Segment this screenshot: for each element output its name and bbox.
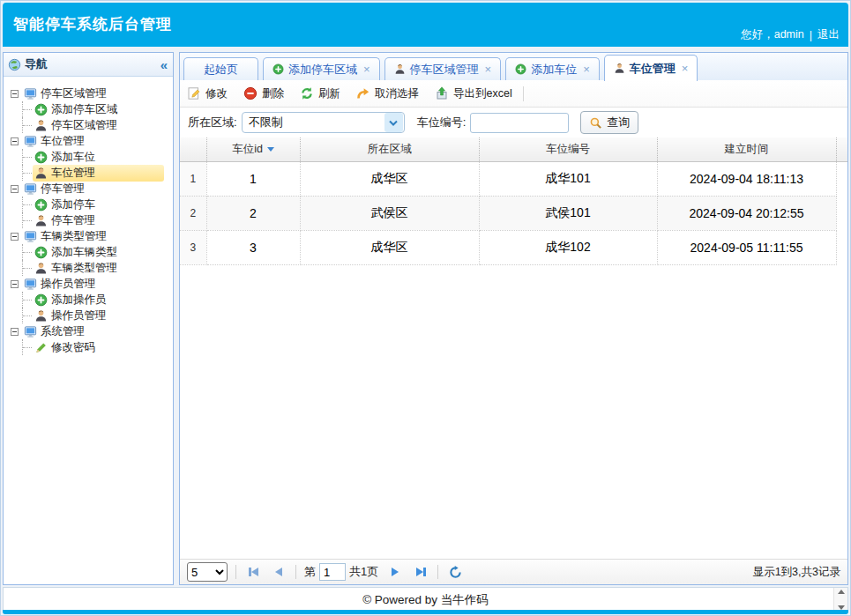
tree-node-add-parking-area[interactable]: 添加停车区域 <box>10 101 169 117</box>
tree-node-system-mgmt[interactable]: 系统管理 <box>10 323 169 339</box>
footer-scrollbar[interactable] <box>833 588 847 612</box>
tree-connector <box>22 260 33 276</box>
first-page-button[interactable] <box>244 563 262 581</box>
table-row[interactable]: 1 1 成华区 成华101 2024-09-04 18:11:13 <box>180 161 847 196</box>
page-size-select[interactable]: 5 <box>187 562 228 582</box>
tree-expander-icon[interactable] <box>11 185 19 193</box>
column-header-code[interactable]: 车位编号 <box>479 137 657 161</box>
cell-space-id: 1 <box>206 161 300 196</box>
tree-node-label: 操作员管理 <box>41 277 96 292</box>
last-page-button[interactable] <box>412 563 429 581</box>
tab-parking-area-mgmt[interactable]: 停车区域管理 × <box>384 57 502 80</box>
tab-label: 车位管理 <box>630 61 676 77</box>
tree-node-label: 车辆类型管理 <box>51 261 117 276</box>
sidebar: 导航 « 停车区域管理 添加停车区域 停车区域管理 <box>3 52 174 585</box>
column-header-area[interactable]: 所在区域 <box>300 137 479 161</box>
tree-node-vehicle-type-list[interactable]: 车辆类型管理 <box>10 260 169 276</box>
collapse-sidebar-icon[interactable]: « <box>160 57 168 72</box>
tree-connector <box>22 244 33 260</box>
tree-node-add-space[interactable]: 添加车位 <box>10 149 169 165</box>
delete-button[interactable]: 删除 <box>243 86 284 101</box>
tree-node-label: 修改密码 <box>51 340 95 355</box>
export-excel-button[interactable]: 导出到excel <box>435 86 512 101</box>
tree-node-parking-list[interactable]: 停车管理 <box>10 212 169 228</box>
tree-expander-icon[interactable] <box>11 90 19 98</box>
page-number-input[interactable] <box>319 563 346 581</box>
tree-node-add-parking[interactable]: 添加停车 <box>10 197 169 212</box>
tree-node-parking-area-mgmt[interactable]: 停车区域管理 <box>10 85 169 101</box>
user-icon <box>614 63 625 74</box>
close-icon[interactable]: × <box>682 62 689 75</box>
row-number-cell: 2 <box>180 196 206 230</box>
tree-connector <box>22 197 33 212</box>
page-number-group: 第 共1页 <box>304 563 378 581</box>
export-excel-label: 导出到excel <box>453 86 512 101</box>
refresh-button[interactable]: 刷新 <box>300 86 340 101</box>
app-window: 智能停车系统后台管理 您好，admin | 退出 导航 « 停车区域管理 <box>0 0 851 616</box>
space-code-input[interactable] <box>470 113 569 133</box>
tree-connector <box>22 339 33 355</box>
scroll-up-icon[interactable] <box>838 590 845 594</box>
tree-node-space-list[interactable]: 车位管理 <box>10 165 169 181</box>
column-header-created[interactable]: 建立时间 <box>657 137 836 161</box>
search-button[interactable]: 查询 <box>580 111 638 134</box>
tree-node-label: 停车管理 <box>41 182 85 197</box>
tree-connector <box>22 149 33 165</box>
tree-node-add-operator[interactable]: 添加操作员 <box>10 292 169 308</box>
close-icon[interactable]: × <box>485 63 492 76</box>
chevron-down-icon[interactable] <box>384 113 403 132</box>
toolbar-divider <box>523 86 524 101</box>
edit-button[interactable]: 修改 <box>187 86 228 101</box>
add-icon <box>34 198 48 212</box>
greeting-text: 您好，admin <box>741 27 804 42</box>
tree-node-label: 添加操作员 <box>51 293 107 308</box>
tree-node-change-password[interactable]: 修改密码 <box>10 339 169 355</box>
table-row[interactable]: 2 2 武侯区 武侯101 2024-09-04 20:12:55 <box>180 196 847 230</box>
prev-page-button[interactable] <box>270 563 287 581</box>
pager-divider <box>235 565 236 579</box>
filter-bar: 所在区域: 不限制 车位编号: 查询 <box>180 108 847 137</box>
close-icon[interactable]: × <box>583 63 590 76</box>
pager-refresh-button[interactable] <box>446 563 464 581</box>
tree-node-label: 添加车辆类型 <box>51 245 117 260</box>
tree-expander-icon[interactable] <box>11 328 19 336</box>
tree-node-parking-area-list[interactable]: 停车区域管理 <box>10 117 169 133</box>
undo-arrow-icon <box>356 86 370 100</box>
datagrid: 车位id 所在区域 车位编号 建立时间 1 1 成华区 成华101 2024-0… <box>180 137 847 559</box>
next-page-button[interactable] <box>386 563 404 581</box>
tree-node-label: 停车区域管理 <box>51 118 117 133</box>
cancel-selection-button[interactable]: 取消选择 <box>356 86 419 101</box>
page-label-prefix: 第 <box>304 564 316 580</box>
tree-node-parking-mgmt[interactable]: 停车管理 <box>10 181 169 197</box>
column-header-space-id[interactable]: 车位id <box>206 137 300 161</box>
tab-add-space[interactable]: 添加车位 × <box>505 57 600 80</box>
tree-connector <box>22 308 33 323</box>
selected-tree-node[interactable]: 车位管理 <box>33 165 164 182</box>
tree-node-operator-mgmt[interactable]: 操作员管理 <box>10 276 169 292</box>
toolbar: 修改 删除 刷新 取消选择 导出到excel <box>180 80 847 108</box>
cell-created: 2024-09-04 20:12:55 <box>657 196 836 230</box>
datagrid-header-row: 车位id 所在区域 车位编号 建立时间 <box>180 137 847 161</box>
monitor-icon <box>24 325 37 338</box>
tab-label: 停车区域管理 <box>410 62 479 78</box>
tree-node-operator-list[interactable]: 操作员管理 <box>10 308 169 323</box>
table-row[interactable]: 3 3 成华区 成华102 2024-09-05 11:11:55 <box>180 230 847 264</box>
tree-expander-icon[interactable] <box>11 233 19 241</box>
nav-tree: 停车区域管理 添加停车区域 停车区域管理 车位管理 添加车位 <box>4 77 173 355</box>
tab-home[interactable]: 起始页 <box>183 57 258 80</box>
footer-text: © Powered by 当牛作码 <box>362 592 489 608</box>
logout-link[interactable]: 退出 <box>817 27 840 42</box>
add-icon <box>34 246 48 259</box>
tree-node-space-mgmt[interactable]: 车位管理 <box>10 133 169 149</box>
tab-add-parking-area[interactable]: 添加停车区域 × <box>263 57 380 80</box>
cell-space-id: 3 <box>206 230 300 264</box>
add-icon <box>34 293 48 307</box>
tree-node-vehicle-type-mgmt[interactable]: 车辆类型管理 <box>10 228 169 244</box>
tab-space-mgmt[interactable]: 车位管理 × <box>604 55 698 81</box>
tree-node-add-vehicle-type[interactable]: 添加车辆类型 <box>10 244 169 260</box>
region-label: 所在区域: <box>188 115 237 130</box>
region-select[interactable]: 不限制 <box>242 112 405 133</box>
tree-expander-icon[interactable] <box>11 280 19 288</box>
tree-expander-icon[interactable] <box>11 137 19 145</box>
close-icon[interactable]: × <box>363 63 370 76</box>
